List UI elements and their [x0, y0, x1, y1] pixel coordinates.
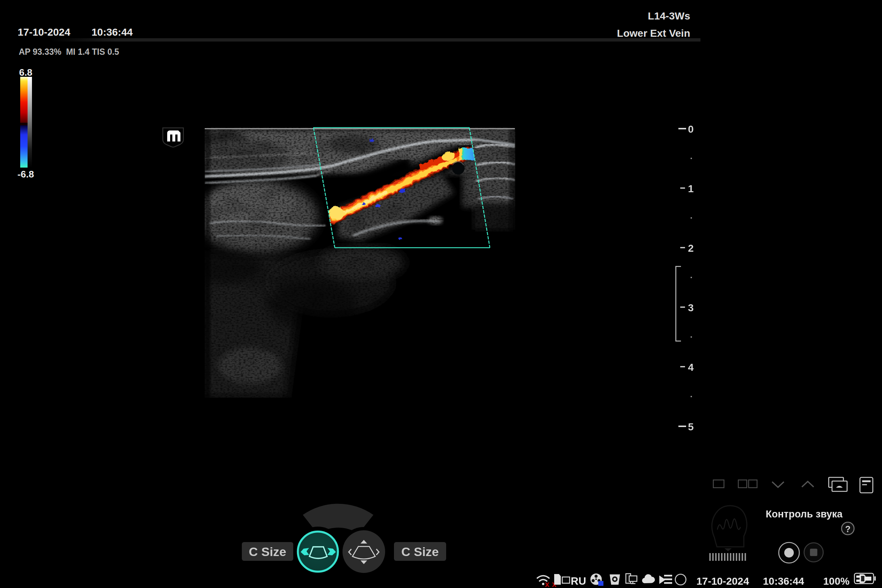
svg-text:Lower Ext Vein: Lower Ext Vein — [617, 28, 690, 39]
svg-text:6.8: 6.8 — [19, 67, 32, 78]
svg-text:x: x — [545, 579, 550, 588]
svg-text:C Size: C Size — [401, 544, 439, 559]
svg-text:2: 2 — [688, 243, 694, 254]
svg-text:Контроль звука: Контроль звука — [766, 508, 843, 520]
svg-text:1: 1 — [688, 183, 694, 194]
svg-text:3: 3 — [688, 302, 694, 314]
svg-text:17-10-2024: 17-10-2024 — [696, 576, 749, 587]
svg-text:?: ? — [845, 524, 851, 534]
svg-text:10:36:44: 10:36:44 — [92, 27, 133, 38]
svg-text:5: 5 — [688, 421, 694, 432]
svg-text:4: 4 — [688, 362, 694, 373]
svg-text:L14-3Ws: L14-3Ws — [648, 10, 690, 22]
svg-text:AP 93.33% MI 1.4 TIS 0.5: AP 93.33% MI 1.4 TIS 0.5 — [19, 47, 119, 57]
svg-text:100%: 100% — [823, 576, 850, 587]
svg-text:10:36:44: 10:36:44 — [763, 576, 804, 587]
svg-text:17-10-2024: 17-10-2024 — [18, 27, 70, 38]
svg-text:0: 0 — [688, 123, 694, 135]
svg-text:-6.8: -6.8 — [18, 169, 34, 180]
svg-text:RU: RU — [571, 575, 586, 587]
svg-text:C Size: C Size — [249, 544, 286, 559]
